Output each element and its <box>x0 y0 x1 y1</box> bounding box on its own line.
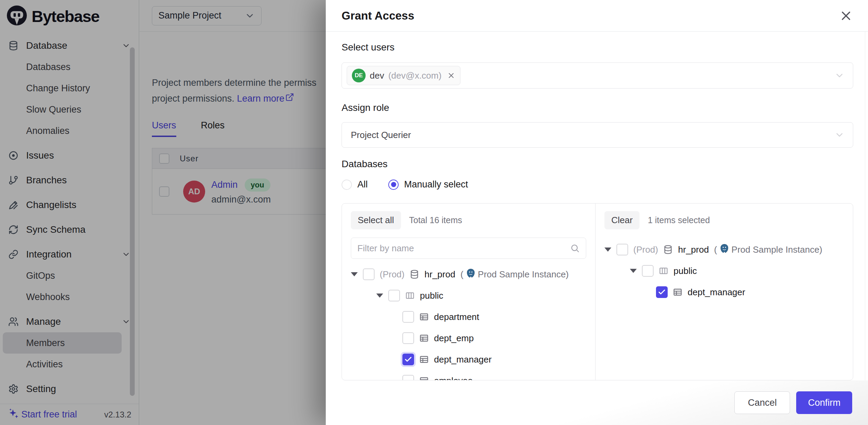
database-picker: Select all Total 16 items (Prod) hr_prod… <box>342 203 853 380</box>
search-icon <box>570 243 580 253</box>
radio-icon <box>342 180 352 190</box>
tree-row-dept-manager[interactable]: dept_manager <box>604 282 844 303</box>
checkbox[interactable] <box>402 375 414 380</box>
radio-manually-select[interactable]: Manually select <box>388 179 468 190</box>
select-users-label: Select users <box>342 42 394 53</box>
tree-row-hr-prod[interactable]: (Prod) hr_prod (Prod Sample Instance) <box>351 264 586 285</box>
picker-source-pane: Select all Total 16 items (Prod) hr_prod… <box>342 204 596 380</box>
radio-all[interactable]: All <box>342 179 368 190</box>
caret-down-icon[interactable] <box>604 248 611 252</box>
checkbox-checked[interactable] <box>402 354 414 365</box>
cancel-button[interactable]: Cancel <box>734 391 790 414</box>
chevron-down-icon <box>834 130 845 140</box>
close-icon[interactable] <box>840 10 852 22</box>
filter-input[interactable] <box>357 243 570 254</box>
picker-selected-pane: Clear 1 items selected (Prod) hr_prod (P… <box>596 204 853 380</box>
source-tree: (Prod) hr_prod (Prod Sample Instance) pu… <box>351 264 586 380</box>
checkbox[interactable] <box>363 268 375 280</box>
database-icon <box>410 269 419 279</box>
tree-row-hr-prod[interactable]: (Prod) hr_prod (Prod Sample Instance) <box>604 239 844 260</box>
user-chip: DE dev (dev@x.com) <box>347 66 460 85</box>
remove-user-icon[interactable] <box>447 71 455 80</box>
table-icon <box>419 355 429 364</box>
tree-row-public[interactable]: public <box>604 260 844 282</box>
caret-down-icon[interactable] <box>351 272 358 276</box>
avatar: DE <box>352 69 366 82</box>
modal-scroll-rail[interactable] <box>865 32 865 425</box>
table-icon <box>419 312 429 322</box>
assign-role-select[interactable]: Project Querier <box>342 122 853 148</box>
schema-icon <box>659 266 668 276</box>
tree-row-dept-manager[interactable]: dept_manager <box>351 349 586 370</box>
table-icon <box>673 287 682 297</box>
select-users-input[interactable]: DE dev (dev@x.com) <box>342 62 853 89</box>
app: Bytebase Database Databases Change Histo… <box>0 0 868 425</box>
assign-role-label: Assign role <box>342 102 389 113</box>
selected-tree: (Prod) hr_prod (Prod Sample Instance) pu… <box>604 239 844 303</box>
modal-backdrop[interactable] <box>0 0 326 425</box>
postgres-icon <box>719 243 730 256</box>
radio-selected-icon <box>388 180 399 190</box>
checkbox[interactable] <box>402 311 414 323</box>
table-icon <box>419 376 429 380</box>
selected-items-label: 1 items selected <box>648 215 710 225</box>
databases-label: Databases <box>342 159 388 170</box>
tree-row-department[interactable]: department <box>351 306 586 328</box>
checkbox[interactable] <box>642 265 654 277</box>
checkbox[interactable] <box>616 244 628 255</box>
checkbox[interactable] <box>402 332 414 344</box>
postgres-icon <box>466 268 476 281</box>
clear-button[interactable]: Clear <box>604 211 639 229</box>
schema-icon <box>405 291 415 300</box>
confirm-button[interactable]: Confirm <box>796 391 852 414</box>
select-all-button[interactable]: Select all <box>351 211 401 229</box>
tree-row-public[interactable]: public <box>351 285 586 306</box>
caret-down-icon[interactable] <box>630 269 637 273</box>
modal-title: Grant Access <box>342 9 414 22</box>
database-scope-radios: All Manually select <box>342 179 468 190</box>
tree-row-employee[interactable]: employee <box>351 370 586 380</box>
chevron-down-icon <box>834 70 845 81</box>
table-icon <box>419 333 429 343</box>
checkbox-checked[interactable] <box>656 286 668 298</box>
database-icon <box>663 245 673 254</box>
caret-down-icon[interactable] <box>376 294 383 298</box>
modal-footer: Cancel Confirm <box>326 380 868 425</box>
total-items-label: Total 16 items <box>409 215 462 225</box>
modal-header: Grant Access <box>326 0 868 32</box>
grant-access-modal: Grant Access Select users DE dev (dev@x.… <box>326 0 868 425</box>
checkbox[interactable] <box>388 290 400 301</box>
tree-row-dept-emp[interactable]: dept_emp <box>351 328 586 349</box>
filter-input-wrap <box>351 238 586 259</box>
